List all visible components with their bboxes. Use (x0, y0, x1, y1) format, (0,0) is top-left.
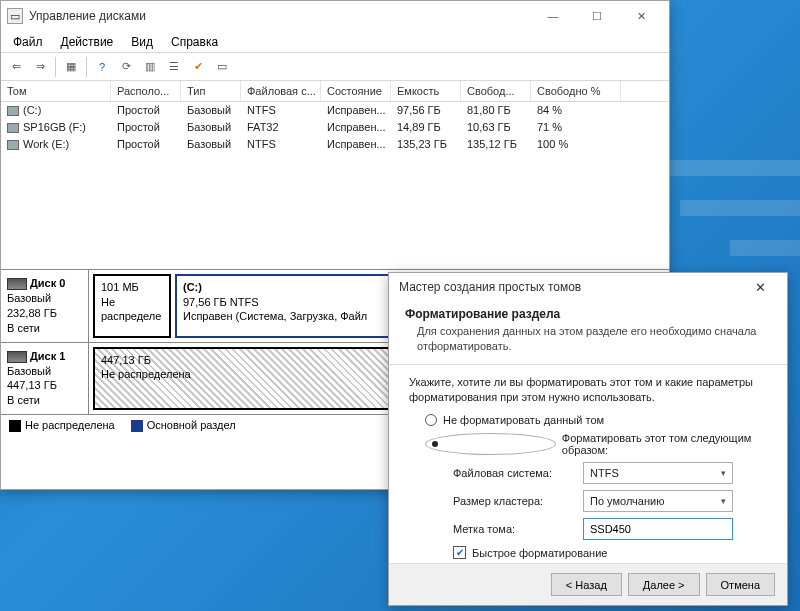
wizard-body: Укажите, хотите ли вы форматировать этот… (389, 365, 787, 595)
toolbar: ⇐ ⇒ ▦ ? ⟳ ▥ ☰ ✔ ▭ (1, 53, 669, 81)
forward-icon[interactable]: ⇒ (29, 56, 51, 78)
label-cluster: Размер кластера: (453, 495, 583, 507)
label-filesystem: Файловая система: (453, 467, 583, 479)
wizard-title: Мастер создания простых томов (399, 280, 581, 294)
radio-format-label: Форматировать этот том следующим образом… (562, 432, 767, 456)
next-button[interactable]: Далее > (628, 573, 700, 596)
table-row[interactable]: Work (E:)ПростойБазовыйNTFSИсправен...13… (1, 136, 669, 153)
disk-header[interactable]: Диск 1Базовый447,13 ГБВ сети (1, 343, 89, 414)
col-free[interactable]: Свобод... (461, 81, 531, 101)
app-icon: ▭ (7, 8, 23, 24)
radio-no-format-label: Не форматировать данный том (443, 414, 604, 426)
wizard-header: Форматирование раздела Для сохранения да… (389, 301, 787, 365)
chevron-down-icon: ▾ (721, 468, 726, 478)
menubar: Файл Действие Вид Справка (1, 31, 669, 53)
chevron-down-icon: ▾ (721, 496, 726, 506)
col-fs[interactable]: Файловая с... (241, 81, 321, 101)
col-state[interactable]: Состояние (321, 81, 391, 101)
wizard-heading: Форматирование раздела (405, 307, 771, 321)
format-wizard-dialog: Мастер создания простых томов ✕ Форматир… (388, 272, 788, 606)
props-icon[interactable]: ▭ (211, 56, 233, 78)
col-layout[interactable]: Располо... (111, 81, 181, 101)
legend-primary-label: Основной раздел (147, 419, 236, 431)
select-filesystem[interactable]: NTFS▾ (583, 462, 733, 484)
wizard-prompt: Укажите, хотите ли вы форматировать этот… (409, 375, 767, 405)
maximize-button[interactable]: ☐ (575, 1, 619, 31)
col-pct[interactable]: Свободно % (531, 81, 621, 101)
legend-unallocated-icon (9, 420, 21, 432)
minimize-button[interactable]: — (531, 1, 575, 31)
menu-view[interactable]: Вид (123, 33, 161, 51)
list-icon[interactable]: ☰ (163, 56, 185, 78)
wizard-footer: < Назад Далее > Отмена (389, 563, 787, 605)
checkbox-quick-format[interactable]: ✔ (453, 546, 466, 559)
partition[interactable]: 101 МБНе распределе (93, 274, 171, 337)
close-button[interactable]: ✕ (619, 1, 663, 31)
grid-header: Том Располо... Тип Файловая с... Состоян… (1, 81, 669, 102)
label-volume: Метка тома: (453, 523, 583, 535)
table-row[interactable]: SP16GB (F:)ПростойБазовыйFAT32Исправен..… (1, 119, 669, 136)
titlebar[interactable]: ▭ Управление дисками — ☐ ✕ (1, 1, 669, 31)
wizard-close-button[interactable]: ✕ (743, 274, 777, 300)
col-cap[interactable]: Емкость (391, 81, 461, 101)
radio-format[interactable] (425, 433, 556, 455)
wizard-subheading: Для сохранения данных на этом разделе ег… (405, 324, 771, 354)
disk-header[interactable]: Диск 0Базовый232,88 ГБВ сети (1, 270, 89, 341)
menu-file[interactable]: Файл (5, 33, 51, 51)
legend-unallocated-label: Не распределена (25, 419, 115, 431)
menu-action[interactable]: Действие (53, 33, 122, 51)
volume-list: Том Располо... Тип Файловая с... Состоян… (1, 81, 669, 153)
help-icon[interactable]: ? (91, 56, 113, 78)
back-button[interactable]: < Назад (551, 573, 622, 596)
col-type[interactable]: Тип (181, 81, 241, 101)
cancel-button[interactable]: Отмена (706, 573, 775, 596)
wizard-titlebar[interactable]: Мастер создания простых томов ✕ (389, 273, 787, 301)
col-volume[interactable]: Том (1, 81, 111, 101)
checkbox-quick-format-label: Быстрое форматирование (472, 547, 607, 559)
refresh-icon[interactable]: ⟳ (115, 56, 137, 78)
window-title: Управление дисками (29, 9, 146, 23)
select-cluster[interactable]: По умолчанию▾ (583, 490, 733, 512)
menu-help[interactable]: Справка (163, 33, 226, 51)
input-volume-label[interactable] (583, 518, 733, 540)
panes-icon[interactable]: ▦ (60, 56, 82, 78)
check-icon[interactable]: ✔ (187, 56, 209, 78)
back-icon[interactable]: ⇐ (5, 56, 27, 78)
tool-icon[interactable]: ▥ (139, 56, 161, 78)
table-row[interactable]: (C:)ПростойБазовыйNTFSИсправен...97,56 Г… (1, 102, 669, 119)
legend-primary-icon (131, 420, 143, 432)
radio-no-format[interactable] (425, 414, 437, 426)
